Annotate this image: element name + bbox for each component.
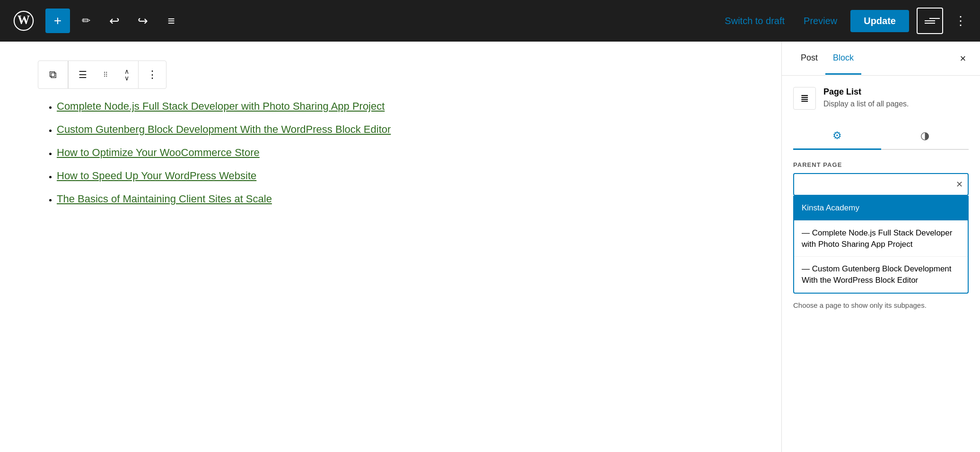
switch-to-draft-label: Switch to draft	[725, 16, 785, 26]
parent-page-label: PARENT PAGE	[793, 161, 969, 168]
tab-block[interactable]: Block	[825, 43, 861, 75]
preview-label: Preview	[804, 16, 837, 26]
update-label: Update	[864, 16, 896, 26]
block-style-tab[interactable]: ◑	[881, 123, 969, 150]
close-icon: ×	[960, 52, 966, 65]
block-info-text: Page List Display a list of all pages.	[823, 87, 909, 109]
list-item: The Basics of Maintaining Client Sites a…	[57, 191, 744, 207]
dropdown-item[interactable]: — Custom Gutenberg Block Development Wit…	[794, 257, 968, 293]
page-list-icon: ≣	[800, 92, 809, 104]
sidebar-content: ≣ Page List Display a list of all pages.…	[782, 76, 980, 452]
undo-icon: ↩	[109, 14, 120, 28]
sidebar: Post Block × ≣ Page List Display a list …	[781, 42, 980, 452]
block-change-type-button[interactable]: ⧉	[38, 61, 68, 89]
page-list-link[interactable]: Complete Node.js Full Stack Developer wi…	[57, 100, 385, 112]
sidebar-header: Post Block ×	[782, 42, 980, 76]
dropdown-item[interactable]: — Complete Node.js Full Stack Developer …	[794, 221, 968, 257]
page-list: Complete Node.js Full Stack Developer wi…	[38, 98, 744, 207]
parent-page-hint: Choose a page to show only its subpages.	[793, 300, 969, 310]
arrow-up-icon: ∧	[124, 68, 129, 75]
drag-icon: ⠿	[103, 71, 109, 78]
more-options-icon: ⋮	[954, 14, 967, 28]
list-item: Custom Gutenberg Block Development With …	[57, 122, 744, 137]
copy-block-icon: ⧉	[49, 69, 57, 81]
block-icon: ≣	[793, 87, 816, 110]
tab-post[interactable]: Post	[793, 43, 825, 75]
list-item: Complete Node.js Full Stack Developer wi…	[57, 98, 744, 114]
page-list-link[interactable]: How to Optimize Your WooCommerce Store	[57, 147, 260, 158]
block-description: Display a list of all pages.	[823, 99, 909, 109]
page-list-link[interactable]: The Basics of Maintaining Client Sites a…	[57, 193, 272, 205]
top-toolbar: W + ✏ ↩ ↪ ≡ Switch to draft Preview Upda…	[0, 0, 980, 42]
block-sub-tabs: ⚙ ◑	[793, 123, 969, 150]
editor-area: ⧉ ☰ ⠿ ∧ ∨ ⋮ Complete Node.js Full Stack …	[0, 42, 781, 452]
parent-page-input-wrap: ✕	[793, 173, 969, 196]
update-button[interactable]: Update	[850, 10, 909, 32]
block-more-icon: ⋮	[147, 69, 158, 81]
block-toolbar: ⧉ ☰ ⠿ ∧ ∨ ⋮	[38, 61, 744, 89]
block-settings-tab[interactable]: ⚙	[793, 123, 881, 150]
toolbar-right-actions: Switch to draft Preview Update ⋮	[719, 8, 971, 34]
preview-button[interactable]: Preview	[798, 12, 843, 30]
list-item: How to Optimize Your WooCommerce Store	[57, 145, 744, 160]
arrow-down-icon: ∨	[124, 75, 129, 81]
list-view-icon: ≡	[167, 14, 175, 28]
block-list-view-button[interactable]: ☰	[68, 61, 96, 89]
list-view-button[interactable]: ≡	[159, 9, 184, 33]
block-list-icon: ☰	[79, 69, 87, 80]
sidebar-close-button[interactable]: ×	[954, 49, 972, 68]
tab-post-label: Post	[801, 53, 818, 62]
tab-block-label: Block	[833, 53, 854, 62]
more-options-button[interactable]: ⋮	[951, 10, 971, 32]
block-info: ≣ Page List Display a list of all pages.	[793, 87, 969, 110]
clear-icon: ✕	[956, 180, 963, 189]
page-list-link[interactable]: How to Speed Up Your WordPress Website	[57, 170, 256, 182]
page-list-link[interactable]: Custom Gutenberg Block Development With …	[57, 123, 391, 135]
parent-page-input[interactable]	[794, 174, 968, 195]
block-move-button[interactable]: ∧ ∨	[115, 61, 138, 89]
parent-page-clear-button[interactable]: ✕	[956, 180, 963, 189]
block-more-options-button[interactable]: ⋮	[138, 61, 166, 89]
block-drag-handle[interactable]: ⠿	[96, 61, 115, 89]
switch-to-draft-button[interactable]: Switch to draft	[719, 12, 790, 30]
redo-button[interactable]: ↪	[131, 9, 155, 33]
settings-icon: ⚙	[832, 130, 842, 142]
plus-icon: +	[54, 13, 61, 28]
pencil-icon: ✏	[82, 15, 90, 27]
redo-icon: ↪	[138, 14, 148, 28]
dropdown-item[interactable]: Kinsta Academy	[794, 196, 968, 221]
main-area: ⧉ ☰ ⠿ ∧ ∨ ⋮ Complete Node.js Full Stack …	[0, 42, 980, 452]
svg-text:W: W	[18, 13, 30, 27]
edit-mode-button[interactable]: ✏	[74, 9, 98, 33]
sidebar-toggle-icon	[925, 18, 935, 24]
wp-logo[interactable]: W	[9, 7, 38, 35]
sidebar-toggle-button[interactable]	[917, 8, 943, 34]
list-item: How to Speed Up Your WordPress Website	[57, 168, 744, 183]
parent-page-dropdown: Kinsta Academy— Complete Node.js Full St…	[793, 196, 969, 294]
style-icon: ◑	[920, 130, 929, 142]
undo-button[interactable]: ↩	[102, 9, 127, 33]
parent-page-section: PARENT PAGE ✕ Kinsta Academy— Complete N…	[793, 161, 969, 310]
add-block-button[interactable]: +	[45, 9, 70, 33]
block-name: Page List	[823, 87, 909, 97]
